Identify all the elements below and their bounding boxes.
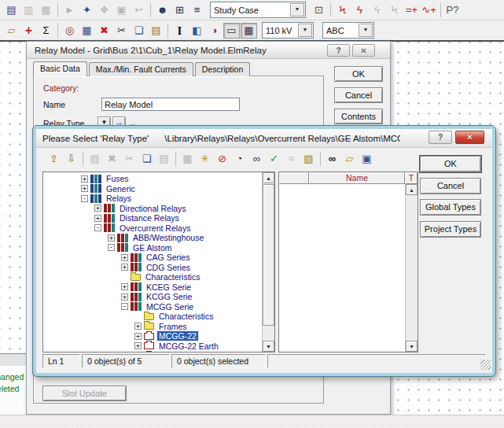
tree-item-label[interactable]: MCGG Serie xyxy=(145,302,195,312)
expand-toggle-icon[interactable]: + xyxy=(94,205,101,212)
tree-item-label[interactable]: ABB/Westinghouse xyxy=(131,233,205,242)
chevron-down-icon[interactable]: ▼ xyxy=(298,24,312,37)
edit-relevant-objects-icon[interactable]: ▤ xyxy=(3,2,20,18)
general-select-icon[interactable]: + xyxy=(20,23,37,39)
edit-object-icon[interactable]: ▦ xyxy=(179,151,196,167)
pq-capability-icon[interactable]: P? xyxy=(444,2,461,18)
list-header-name[interactable]: Name xyxy=(309,172,405,184)
detail-mode-icon[interactable]: ✳ xyxy=(197,151,213,167)
expand-toggle-icon[interactable]: + xyxy=(134,333,142,340)
expand-toggle-icon[interactable]: + xyxy=(121,293,128,301)
folder-enter-icon[interactable]: ⇩ xyxy=(63,151,79,167)
expand-toggle-icon[interactable]: + xyxy=(121,283,128,290)
tree-item[interactable]: Characteristics xyxy=(43,312,262,322)
expand-toggle-icon[interactable]: + xyxy=(134,342,142,349)
expand-toggle-icon[interactable]: + xyxy=(81,175,88,183)
contents-button[interactable]: Contents xyxy=(334,109,383,124)
tree-item-label[interactable]: KCGG Serie xyxy=(145,292,193,301)
save-icon[interactable]: ▣ xyxy=(359,151,375,167)
delete-icon[interactable]: ✖ xyxy=(104,151,120,167)
tree-item-label[interactable]: MCGG-22 xyxy=(157,331,198,341)
voltage-level-combo[interactable]: 110 kV ▼ xyxy=(262,22,314,39)
tree-item[interactable]: - Relays xyxy=(43,194,262,204)
expand-toggle-icon[interactable]: + xyxy=(121,254,128,261)
shapes-icon[interactable]: ◧ xyxy=(189,23,205,39)
chevron-down-icon[interactable]: ▼ xyxy=(290,3,304,17)
data-manager-icon[interactable]: ▦ xyxy=(38,2,54,18)
tab-basic-data[interactable]: Basic Data xyxy=(33,61,87,76)
tree-item-label[interactable]: KCEG Serie xyxy=(145,282,193,292)
tree-item[interactable]: - Overcurrent Relays xyxy=(43,223,262,234)
close-icon[interactable]: ✕ xyxy=(455,131,484,144)
select-dialog-titlebar[interactable]: Please Select 'Relay Type' \Library\Rela… xyxy=(36,129,492,148)
show-references-icon[interactable]: ∞ xyxy=(248,151,265,167)
tree-item-label[interactable]: Characteristics xyxy=(144,272,201,282)
edit-result-variables-icon[interactable]: =+ xyxy=(403,2,420,18)
edit-data-icon[interactable]: ▦ xyxy=(79,23,95,39)
tree-item[interactable]: - GE Alstom xyxy=(43,243,262,253)
scroll-down-icon[interactable]: ▼ xyxy=(406,341,418,352)
expand-toggle-icon[interactable]: + xyxy=(121,264,128,271)
tree-item[interactable]: + MCGG-22 xyxy=(43,331,262,341)
sum-icon[interactable]: Σ xyxy=(38,23,54,39)
new-folder-icon[interactable]: ▧ xyxy=(300,151,317,167)
maximize-window-icon[interactable]: ⊞ xyxy=(171,2,188,18)
output-window-icon[interactable]: ≡ xyxy=(189,2,205,18)
tree-item[interactable]: Characteristics xyxy=(43,272,262,282)
tab-description[interactable]: Description xyxy=(195,62,251,76)
expand-toggle-icon[interactable]: - xyxy=(121,303,128,310)
cut-icon[interactable]: ✂ xyxy=(113,23,130,39)
tree-item[interactable]: + MCGG-22 Earth xyxy=(43,341,262,352)
tree-item[interactable]: + Generic xyxy=(43,184,262,194)
cut-icon[interactable]: ✂ xyxy=(121,151,138,167)
copy-icon[interactable]: ❏ xyxy=(131,23,147,39)
calculate-load-flow-icon[interactable]: Ϟ xyxy=(334,2,351,18)
stop-simulation-icon[interactable]: Ϟ xyxy=(386,2,403,18)
palette-icon[interactable]: ◑ xyxy=(206,23,223,39)
scroll-up-icon[interactable]: ▲ xyxy=(263,172,274,183)
calculate-short-circuit-icon[interactable]: ϟ xyxy=(351,2,368,18)
folder-up-icon[interactable]: ⇧ xyxy=(46,151,62,167)
tree-item[interactable]: + CAG Series xyxy=(43,253,262,263)
expand-toggle-icon[interactable]: + xyxy=(81,185,88,192)
name-input[interactable] xyxy=(101,98,240,111)
tree-item[interactable]: + Directional Relays xyxy=(43,204,262,214)
cancel-button[interactable]: Cancel xyxy=(334,87,383,103)
tree-item[interactable]: + Fuses xyxy=(43,174,262,184)
tree-item[interactable]: + CDG Series xyxy=(43,263,262,273)
zoom-page-icon[interactable]: ▣ xyxy=(113,2,130,18)
help-button[interactable]: ? xyxy=(429,131,452,144)
user-icon[interactable]: ☻ xyxy=(154,2,171,18)
simulation-icon[interactable]: ϟ xyxy=(369,2,385,18)
binoculars-icon[interactable]: ∞ xyxy=(324,151,340,167)
reconnect-icon[interactable]: ► xyxy=(61,2,78,18)
tree-item-label[interactable]: MCGG-22 Earth xyxy=(157,341,220,351)
global-types-button[interactable]: Global Types xyxy=(420,199,481,216)
scroll-up-icon[interactable]: ▲ xyxy=(406,184,418,195)
undo-icon[interactable]: ↩ xyxy=(131,2,147,18)
open-folder-icon[interactable]: ▱ xyxy=(3,23,20,39)
tree-item[interactable]: + MCGG-42 xyxy=(43,351,262,352)
slot-update-button[interactable]: Slot Update xyxy=(42,386,127,401)
new-object-icon[interactable]: ▤ xyxy=(86,151,103,167)
tree-item-label[interactable]: Directional Relays xyxy=(118,204,188,213)
phase-combo[interactable]: ABC ▼ xyxy=(322,22,374,39)
expand-toggle-icon[interactable]: - xyxy=(81,195,88,202)
update-library-icon[interactable]: ≈ xyxy=(283,151,300,167)
out-of-service-icon[interactable]: ⊘ xyxy=(214,151,230,167)
expand-toggle-icon[interactable]: + xyxy=(108,234,115,242)
list-header-type[interactable]: T xyxy=(405,172,418,184)
paste-icon[interactable]: ▤ xyxy=(156,151,172,167)
ok-button[interactable]: OK xyxy=(334,66,383,82)
tree-item-label[interactable]: MCGG-42 xyxy=(157,351,198,352)
list-scrollbar[interactable]: ▲ ▼ xyxy=(405,184,418,352)
freeze-mode-icon[interactable]: ✦ xyxy=(79,2,95,18)
chevron-down-icon[interactable]: ▼ xyxy=(359,24,373,37)
paste-icon[interactable]: ▤ xyxy=(148,23,164,39)
detail-view-toggle-icon[interactable]: ▭ xyxy=(223,23,240,39)
tree-item-label[interactable]: GE Alstom xyxy=(131,243,174,253)
tree-item-label[interactable]: Fuses xyxy=(105,174,131,183)
tree-item[interactable]: + Distance Relays xyxy=(43,213,262,223)
expand-toggle-icon[interactable]: - xyxy=(94,224,101,231)
tree-item-label[interactable]: CAG Series xyxy=(145,253,191,262)
